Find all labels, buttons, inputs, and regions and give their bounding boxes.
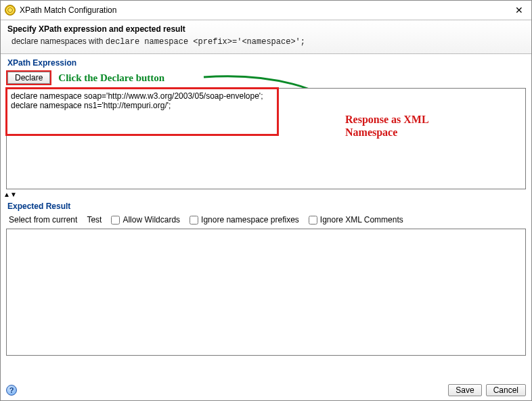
ignore-ns-prefixes-label: Ignore namespace prefixes [201, 215, 299, 225]
ignore-xml-comments-label: Ignore XML Comments [320, 215, 403, 225]
ignore-ns-prefixes-input[interactable] [190, 216, 198, 225]
expected-result-input[interactable] [7, 229, 525, 355]
dialog-footer: ? Save Cancel [1, 380, 531, 400]
help-icon[interactable]: ? [6, 385, 17, 396]
expected-toolbar: Select from current Test Allow Wildcards… [6, 212, 526, 229]
annotation-red-line1: Response as XML [345, 114, 429, 125]
xpath-expression-input[interactable] [7, 89, 525, 189]
select-from-current-button[interactable]: Select from current [9, 215, 77, 225]
header-subtitle: declare namespaces with declare namespac… [7, 37, 525, 47]
header-subtitle-code: declare namespace <prefix>='<namespace>'… [106, 37, 305, 47]
annotation-click-declare: Click the Declare button [58, 72, 164, 84]
expected-section-title: Expected Result [7, 202, 526, 211]
xpath-section-title: XPath Expression [7, 58, 526, 68]
close-button[interactable]: ✕ [511, 3, 527, 17]
titlebar: XPath Match Configuration ✕ [1, 1, 531, 20]
annotation-response-xml: Response as XML Namespace [345, 113, 429, 139]
expected-section: Expected Result Select from current Test… [1, 197, 531, 357]
annotation-red-line2: Namespace [345, 126, 397, 138]
allow-wildcards-input[interactable] [111, 216, 120, 225]
save-button[interactable]: Save [448, 384, 481, 396]
header-subtitle-text: declare namespaces with [12, 37, 106, 46]
xpath-toolbar: Declare Click the Declare button [6, 69, 526, 88]
xpath-editor-container: Response as XML Namespace [6, 88, 526, 189]
allow-wildcards-checkbox[interactable]: Allow Wildcards [111, 215, 180, 225]
allow-wildcards-label: Allow Wildcards [123, 215, 180, 225]
xpath-section: XPath Expression Declare Click the Decla… [1, 54, 531, 191]
test-button[interactable]: Test [87, 215, 102, 225]
dialog-header: Specify XPath expression and expected re… [1, 20, 531, 54]
window-title: XPath Match Configuration [20, 5, 116, 15]
declare-button[interactable]: Declare [7, 72, 50, 84]
ignore-ns-prefixes-checkbox[interactable]: Ignore namespace prefixes [190, 215, 299, 225]
ignore-xml-comments-input[interactable] [309, 216, 317, 225]
declare-button-highlight: Declare [6, 70, 51, 85]
cancel-button[interactable]: Cancel [486, 384, 526, 396]
expected-result-container [6, 229, 526, 356]
ignore-xml-comments-checkbox[interactable]: Ignore XML Comments [309, 215, 403, 225]
app-icon [5, 5, 16, 16]
header-title: Specify XPath expression and expected re… [7, 24, 525, 34]
splitter-handle[interactable]: ▲▼ [1, 191, 531, 197]
